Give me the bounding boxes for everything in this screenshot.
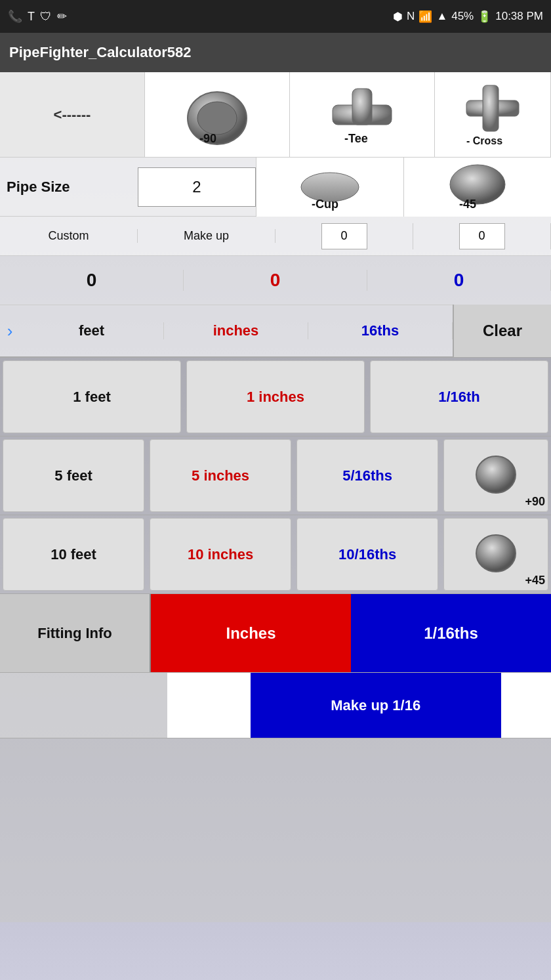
svg-text:- Cross: - Cross xyxy=(466,135,502,146)
one-feet-button[interactable]: 1 feet xyxy=(3,360,181,433)
signal-icon: ▲ xyxy=(436,10,447,23)
feet-unit-label: feet xyxy=(20,322,164,339)
tee-button[interactable]: -Tee xyxy=(290,72,435,157)
nfc-icon: N xyxy=(407,10,415,23)
plus90-icon xyxy=(473,450,519,502)
ten-inches-button[interactable]: 10 inches xyxy=(150,518,291,591)
bottom-section: Fitting Info Inches 1/16ths Make up 1/16 xyxy=(0,594,551,922)
makeup-white-right xyxy=(501,673,551,738)
app-title: PipeFighter_Calculator582 xyxy=(9,44,192,61)
sixteenths-value: 0 xyxy=(367,270,551,291)
phone-icon: 📞 xyxy=(8,9,22,24)
makeup-display: Make up 1/16 xyxy=(251,673,501,738)
inches-unit-label: inches xyxy=(164,322,308,339)
back-label: <------ xyxy=(54,106,91,123)
svg-text:-Tee: -Tee xyxy=(344,132,368,145)
elbow45-icon: -45 xyxy=(445,161,510,213)
keypad-section: 1 feet 1 inches 1/16th 5 feet 5 inches 5… xyxy=(0,358,551,594)
battery-icon: 🔋 xyxy=(478,10,491,24)
makeup-empty-left xyxy=(0,673,167,738)
cross-button[interactable]: - Cross xyxy=(435,72,551,157)
makeup-row: Make up 1/16 xyxy=(0,673,551,738)
ten-sixteenths-button[interactable]: 10/16ths xyxy=(296,518,438,591)
battery-percent: 45% xyxy=(451,10,474,23)
pipe-size-label: Pipe Size xyxy=(0,179,138,196)
svg-text:-Cup: -Cup xyxy=(312,198,338,211)
bottom-spacer xyxy=(0,738,551,922)
pipe-size-row: Pipe Size -Cup xyxy=(0,158,551,217)
unit-labels-row: › feet inches 16ths Clear xyxy=(0,305,551,358)
plus45-label: +45 xyxy=(525,574,545,587)
wifi-icon: 📶 xyxy=(418,10,432,24)
fitting-selector-row: <------ -90 xyxy=(0,72,551,158)
keypad-row-1: 1 feet 1 inches 1/16th xyxy=(0,358,551,437)
makeup-label: Make up xyxy=(138,229,276,243)
five-feet-button[interactable]: 5 feet xyxy=(3,439,144,512)
custom-makeup-row: Custom Make up xyxy=(0,217,551,256)
custom-label: Custom xyxy=(0,229,138,243)
chevron-icon[interactable]: › xyxy=(0,321,20,341)
fitting-info-row: Fitting Info Inches 1/16ths xyxy=(0,594,551,673)
value-display-row: 0 0 0 xyxy=(0,256,551,305)
clear-button[interactable]: Clear xyxy=(453,305,551,357)
svg-text:-90: -90 xyxy=(199,132,216,145)
cross-icon: - Cross xyxy=(463,82,522,148)
status-right-icons: ⬢ N 📶 ▲ 45% 🔋 10:38 PM xyxy=(393,10,543,24)
plus90-button[interactable]: +90 xyxy=(443,439,548,512)
makeup-value2[interactable] xyxy=(413,223,551,249)
elbow45-button[interactable]: -45 xyxy=(403,158,551,217)
status-bar: 📞 T 🛡 ✏ ⬢ N 📶 ▲ 45% 🔋 10:38 PM xyxy=(0,0,551,33)
svg-point-11 xyxy=(450,165,505,204)
status-icons: 📞 T 🛡 ✏ xyxy=(8,9,67,24)
plus45-icon xyxy=(473,528,519,581)
feet-value: 0 xyxy=(0,270,184,291)
svg-point-13 xyxy=(476,456,516,493)
svg-point-14 xyxy=(476,535,516,572)
keypad-row-3: 10 feet 10 inches 10/16ths +45 xyxy=(0,515,551,594)
svg-rect-7 xyxy=(483,85,499,131)
makeup-input2[interactable] xyxy=(459,223,505,249)
inches-display: Inches xyxy=(151,594,351,672)
pencil-icon: ✏ xyxy=(57,9,67,24)
clock: 10:38 PM xyxy=(495,10,543,23)
plus45-button[interactable]: +45 xyxy=(443,518,548,591)
pipe-size-input[interactable] xyxy=(138,167,256,207)
sixteenths-unit-label: 16ths xyxy=(308,322,453,339)
back-button[interactable]: <------ xyxy=(0,72,145,157)
plus90-label: +90 xyxy=(525,495,545,509)
inches-value: 0 xyxy=(184,270,367,291)
ten-feet-button[interactable]: 10 feet xyxy=(3,518,144,591)
svg-point-1 xyxy=(197,102,237,135)
tee-icon: -Tee xyxy=(326,82,398,148)
cup-button[interactable]: -Cup xyxy=(256,158,403,217)
svg-rect-4 xyxy=(352,89,372,125)
keypad-row-2: 5 feet 5 inches 5/16ths +90 xyxy=(0,437,551,515)
app-title-bar: PipeFighter_Calculator582 xyxy=(0,33,551,72)
one-sixteenth-button[interactable]: 1/16th xyxy=(370,360,548,433)
five-sixteenths-button[interactable]: 5/16ths xyxy=(296,439,438,512)
elbow90-button[interactable]: -90 xyxy=(145,72,290,157)
bluetooth-icon: ⬢ xyxy=(393,10,403,24)
makeup-input1[interactable] xyxy=(321,223,367,249)
svg-text:-45: -45 xyxy=(459,198,476,211)
fitting-sub-row: -Cup -45 xyxy=(256,158,551,217)
makeup-value1[interactable] xyxy=(276,223,413,249)
t-icon: T xyxy=(28,10,35,24)
cup-icon: -Cup xyxy=(297,161,363,213)
five-inches-button[interactable]: 5 inches xyxy=(150,439,291,512)
makeup-white-mid xyxy=(167,673,251,738)
elbow90-icon: -90 xyxy=(181,82,253,148)
sixteenths-display: 1/16ths xyxy=(351,594,551,672)
one-inches-button[interactable]: 1 inches xyxy=(186,360,365,433)
fitting-info-button[interactable]: Fitting Info xyxy=(0,594,151,672)
shield-icon: 🛡 xyxy=(40,10,52,24)
